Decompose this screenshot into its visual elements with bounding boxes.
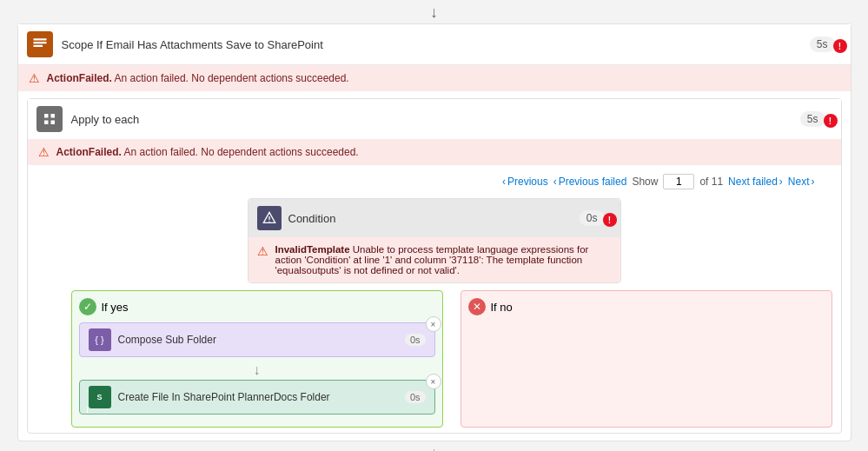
show-label: Show xyxy=(632,176,658,188)
apply-title: Apply to each xyxy=(71,113,800,126)
apply-duration: 5s xyxy=(800,111,825,127)
apply-block: Apply to each 5s ! ⚠ ActionFailed. An ac… xyxy=(27,98,842,434)
chevron-left-prev-icon: ‹ xyxy=(553,176,557,188)
compose-action-block: × { } Compose Sub Folder 0s xyxy=(79,322,435,357)
page-input[interactable] xyxy=(663,174,694,189)
condition-error-badge: ! xyxy=(603,213,617,227)
apply-error-banner: ⚠ ActionFailed. An action failed. No dep… xyxy=(28,139,841,165)
sharepoint-action-icon: S j xyxy=(89,386,111,408)
branch-yes: ✓ If yes × { } Compose Sub Folder 0s ↓ xyxy=(71,290,443,428)
sharepoint-action-duration: 0s xyxy=(405,391,426,403)
branch-yes-header: ✓ If yes xyxy=(79,298,435,315)
previous-button[interactable]: ‹ Previous xyxy=(502,176,548,188)
apply-icon xyxy=(36,106,63,132)
condition-duration: 0s xyxy=(580,210,605,226)
scope-duration: 5s xyxy=(810,36,835,52)
condition-block: Condition 0s ! ⚠ InvalidTemplate Unable … xyxy=(248,198,621,283)
top-arrow-icon: ↓ xyxy=(430,3,438,22)
branch-no-header: ✕ If no xyxy=(468,298,825,315)
bottom-arrow-icon: ↓ xyxy=(431,445,438,451)
svg-rect-0 xyxy=(33,38,46,40)
scope-error-badge: ! xyxy=(833,39,847,53)
sharepoint-icon-symbol: S xyxy=(96,393,102,401)
scope-warning-icon: ⚠ xyxy=(29,71,40,85)
condition-icon xyxy=(257,206,282,230)
sharepoint-icon-symbol2: j xyxy=(87,406,89,412)
branches-row: ✓ If yes × { } Compose Sub Folder 0s ↓ xyxy=(36,290,832,428)
condition-title: Condition xyxy=(288,212,580,225)
condition-header: Condition 0s ! xyxy=(248,199,620,237)
chevron-right-next-icon: › xyxy=(812,176,815,188)
sharepoint-action-block: × S j Create File In SharePoint PlannerD… xyxy=(79,380,435,415)
scope-block: Scope If Email Has Attachments Save to S… xyxy=(17,23,851,441)
condition-area: Condition 0s ! ⚠ InvalidTemplate Unable … xyxy=(36,198,832,283)
sharepoint-action-title: Create File In SharePoint PlannerDocs Fo… xyxy=(118,391,405,403)
x-icon: ✕ xyxy=(468,298,486,315)
scope-svg-icon xyxy=(32,36,48,52)
branch-no: ✕ If no xyxy=(461,290,832,428)
branch-no-label: If no xyxy=(491,301,513,314)
scope-icon xyxy=(27,31,53,57)
check-icon: ✓ xyxy=(79,298,96,315)
previous-failed-button[interactable]: ‹ Previous failed xyxy=(553,176,627,188)
scope-header: Scope If Email Has Attachments Save to S… xyxy=(18,24,851,65)
branch-yes-label: If yes xyxy=(102,301,129,314)
apply-svg-icon xyxy=(42,111,57,127)
compose-icon-symbol: { } xyxy=(95,335,103,345)
scope-error-banner: ⚠ ActionFailed. An action failed. No dep… xyxy=(18,65,851,91)
pagination-row: ‹ Previous ‹ Previous failed Show of 11 … xyxy=(36,170,832,193)
svg-rect-1 xyxy=(33,42,46,43)
apply-error-text: ActionFailed. An action failed. No depen… xyxy=(56,146,359,158)
condition-warn-icon: ⚠ xyxy=(257,244,268,275)
next-failed-button[interactable]: Next failed › xyxy=(728,176,783,188)
compose-arrow-icon: ↓ xyxy=(79,362,435,378)
scope-error-text: ActionFailed. An action failed. No depen… xyxy=(47,72,349,84)
apply-header: Apply to each 5s ! xyxy=(28,99,841,139)
svg-rect-2 xyxy=(33,45,43,47)
condition-svg-icon xyxy=(262,211,276,225)
svg-point-4 xyxy=(268,221,269,222)
apply-warning-icon: ⚠ xyxy=(38,145,50,159)
chevron-right-next-failed-icon: › xyxy=(779,176,783,188)
chevron-left-icon: ‹ xyxy=(502,176,506,188)
apply-error-badge: ! xyxy=(824,114,838,128)
condition-error-text: InvalidTemplate Unable to process templa… xyxy=(275,244,612,275)
scope-title: Scope If Email Has Attachments Save to S… xyxy=(62,38,810,51)
condition-error-body: ⚠ InvalidTemplate Unable to process temp… xyxy=(248,237,620,282)
total-pages: of 11 xyxy=(699,176,723,188)
sharepoint-close-button[interactable]: × xyxy=(426,374,441,389)
compose-action-icon: { } xyxy=(89,328,111,351)
compose-close-button[interactable]: × xyxy=(426,316,441,332)
main-container: ↓ Scope If Email Has Attachments Save to… xyxy=(0,0,868,451)
compose-action-title: Compose Sub Folder xyxy=(118,334,405,346)
next-button[interactable]: Next › xyxy=(788,176,815,188)
compose-action-duration: 0s xyxy=(405,334,426,346)
